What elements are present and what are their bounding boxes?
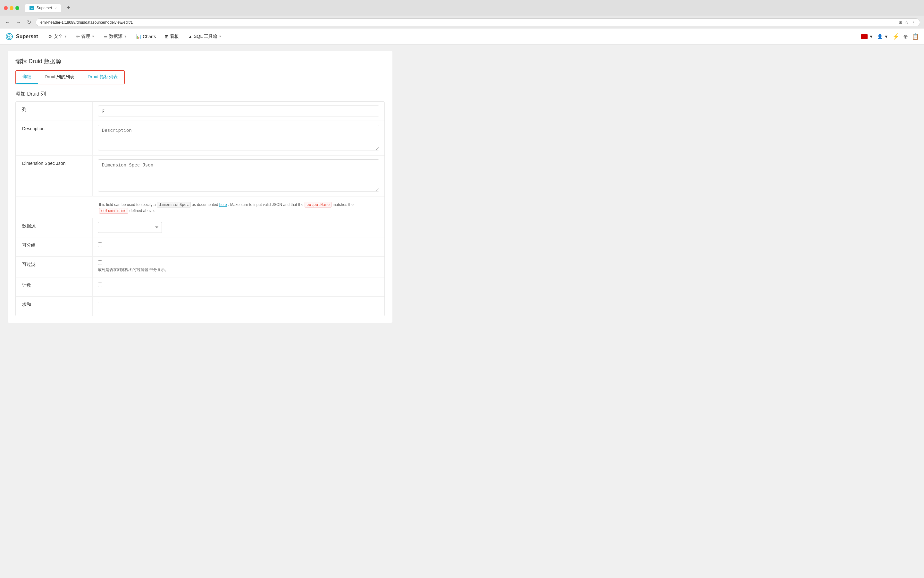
dimension-spec-textarea[interactable] <box>98 159 379 192</box>
close-button[interactable] <box>4 6 8 10</box>
tab-druid-columns[interactable]: Druid 列的列表 <box>38 71 81 84</box>
code-column-name: column_name <box>99 208 128 214</box>
github-icon[interactable]: ⊕ <box>903 33 908 40</box>
field-count <box>92 278 107 296</box>
address-bar[interactable]: emr-header-1:18088/druiddatasourcemodelv… <box>36 18 920 26</box>
tab-title: Superset <box>37 6 52 10</box>
address-icons: ⊞ ☆ ⋮ <box>899 20 915 25</box>
superset-logo-icon: ∞ <box>5 32 13 41</box>
user-menu[interactable]: 👤 ▼ <box>877 34 888 39</box>
language-selector[interactable]: ▼ <box>861 34 873 39</box>
settings-icon[interactable]: ⚡ <box>892 33 899 40</box>
field-row-sum: 求和 <box>16 297 384 316</box>
nav-security[interactable]: ⚙ 安全 ▼ <box>44 32 71 41</box>
user-icon: 👤 <box>877 34 883 39</box>
flag-icon <box>861 34 867 39</box>
nav-dashboard[interactable]: ⊞ 看板 <box>161 32 183 41</box>
new-tab-button[interactable]: + <box>63 3 73 13</box>
charts-icon: 📊 <box>136 34 141 39</box>
count-checkbox[interactable] <box>98 283 102 287</box>
label-groupby: 可分组 <box>16 237 92 256</box>
field-row-groupby: 可分组 <box>16 237 384 257</box>
nav-manage[interactable]: ✏ 管理 ▼ <box>72 32 99 41</box>
minimize-button[interactable] <box>10 6 13 10</box>
dimension-spec-helper: this field can be used to specify a dime… <box>99 202 379 214</box>
reload-button[interactable]: ↻ <box>26 18 32 27</box>
app-navbar: ∞ Superset ⚙ 安全 ▼ ✏ 管理 ▼ ☰ 数据源 ▼ 📊 Chart… <box>0 29 924 45</box>
field-row-description: Description <box>16 121 384 156</box>
field-datasource <box>92 218 384 237</box>
browser-addressbar: ← → ↻ emr-header-1:18088/druiddatasource… <box>0 16 924 29</box>
label-description: Description <box>16 121 92 155</box>
datasource-icon: ☰ <box>104 34 108 39</box>
maximize-button[interactable] <box>15 6 19 10</box>
favicon: ∞ <box>29 6 34 10</box>
col-input[interactable] <box>98 106 379 117</box>
browser-tab[interactable]: ∞ Superset × <box>25 4 61 12</box>
back-button[interactable]: ← <box>4 18 11 27</box>
svg-text:∞: ∞ <box>7 35 10 39</box>
dashboard-icon: ⊞ <box>165 34 169 39</box>
address-text: emr-header-1:18088/druiddatasourcemodelv… <box>41 20 133 25</box>
field-row-col: 列 <box>16 102 384 121</box>
filterable-helper: 该列是否在浏览视图的'过滤器'部分显示。 <box>98 267 169 273</box>
chevron-down-icon: ▼ <box>64 35 67 38</box>
page-title: 编辑 Druid 数据源 <box>15 57 385 65</box>
here-link[interactable]: here <box>219 202 227 207</box>
browser-chrome: ∞ Superset × + ← → ↻ emr-header-1:18088/… <box>0 0 924 29</box>
nav-items: ⚙ 安全 ▼ ✏ 管理 ▼ ☰ 数据源 ▼ 📊 Charts ⊞ 看板 ▲ SQ… <box>44 32 225 41</box>
field-dimension-spec <box>92 156 384 196</box>
description-textarea[interactable] <box>98 125 379 151</box>
field-col <box>92 102 384 120</box>
sum-checkbox[interactable] <box>98 302 102 306</box>
label-dimension-spec: Dimension Spec Json <box>16 156 92 196</box>
tab-close-button[interactable]: × <box>55 6 57 10</box>
groupby-checkbox[interactable] <box>98 242 102 247</box>
label-datasource: 数据源 <box>16 218 92 237</box>
security-icon: ⚙ <box>48 34 52 39</box>
browser-titlebar: ∞ Superset × + <box>0 0 924 16</box>
brand-name: Superset <box>16 34 38 39</box>
nav-sql[interactable]: ▲ SQL 工具箱 ▼ <box>184 32 225 41</box>
datasource-select[interactable] <box>98 222 162 233</box>
label-col: 列 <box>16 102 92 120</box>
main-content: 编辑 Druid 数据源 详细 Druid 列的列表 Druid 指标列表 添加… <box>0 45 924 329</box>
docs-icon[interactable]: 📋 <box>912 33 919 40</box>
chevron-down-icon: ▼ <box>884 34 888 39</box>
more-icon[interactable]: ⋮ <box>911 20 915 25</box>
form-container: 列 Description Dimension Spec <box>15 101 385 316</box>
field-row-filterable: 可过滤 该列是否在浏览视图的'过滤器'部分显示。 <box>16 257 384 277</box>
tabs-container: 详细 Druid 列的列表 Druid 指标列表 <box>15 70 125 84</box>
bookmark-icon[interactable]: ☆ <box>905 20 909 25</box>
field-groupby <box>92 237 107 256</box>
translate-icon: ⊞ <box>899 20 902 25</box>
field-row-datasource: 数据源 <box>16 218 384 237</box>
tab-details[interactable]: 详细 <box>16 71 38 84</box>
code-outputName: outputName <box>305 202 332 208</box>
chevron-down-icon: ▼ <box>219 35 222 38</box>
label-count: 计数 <box>16 278 92 296</box>
chevron-down-icon: ▼ <box>869 34 873 39</box>
filterable-checkbox[interactable] <box>98 260 102 265</box>
field-row-dimension-spec: Dimension Spec Json this field can be us… <box>16 156 384 218</box>
chevron-down-icon: ▼ <box>91 35 95 38</box>
field-description <box>92 121 384 155</box>
nav-charts[interactable]: 📊 Charts <box>132 32 160 41</box>
traffic-lights <box>4 6 19 10</box>
code-dimensionSpec: dimensionSpec <box>157 202 191 208</box>
label-sum: 求和 <box>16 297 92 316</box>
section-title: 添加 Druid 列 <box>15 91 46 97</box>
nav-datasource[interactable]: ☰ 数据源 ▼ <box>100 32 131 41</box>
nav-right: ▼ 👤 ▼ ⚡ ⊕ 📋 <box>861 33 919 40</box>
brand[interactable]: ∞ Superset <box>5 32 38 41</box>
tab-druid-metrics[interactable]: Druid 指标列表 <box>81 71 124 84</box>
chevron-down-icon: ▼ <box>124 35 127 38</box>
field-sum <box>92 297 107 316</box>
sql-icon: ▲ <box>188 34 192 39</box>
manage-icon: ✏ <box>76 34 80 39</box>
field-row-count: 计数 <box>16 278 384 297</box>
forward-button[interactable]: → <box>15 18 23 27</box>
label-filterable: 可过滤 <box>16 257 92 277</box>
